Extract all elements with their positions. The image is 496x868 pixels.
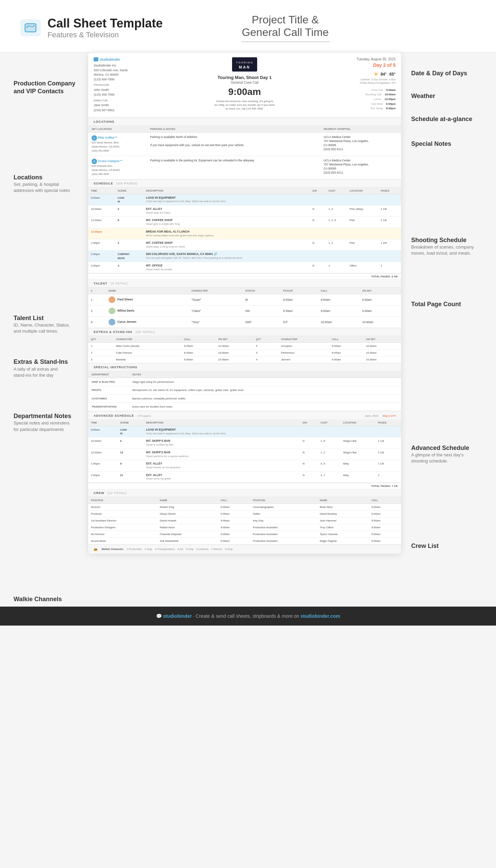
app-title: Call Sheet Template (47, 16, 162, 31)
e1-qty-l: 1 (88, 343, 113, 350)
e1-qty-r: 5 (253, 343, 278, 350)
cs-shooting-label: Shooting Call (365, 92, 381, 97)
c3-call-r: 9:00am (369, 517, 401, 524)
spec-col-dept: DEPARTMENT (88, 371, 129, 378)
cs-company-info: StudioBinder Inc. 929 Colorado Ave, Sant… (94, 63, 178, 82)
sched-loc-5: Office (347, 262, 378, 273)
sched-cast-lunch (326, 228, 347, 239)
sched-scene-2: 2 (115, 205, 143, 216)
ann-dept-sub: Special notes and remindersfor particula… (14, 420, 78, 432)
sched-cast-5: 1 (326, 262, 347, 273)
adv-cast-4: 4, 9 (318, 460, 340, 471)
t2-call: 9:00am (318, 305, 359, 317)
ann-prod-title2: and VIP Contacts (14, 87, 78, 95)
spec-notes-4: Extra vans for shuttles from hotel. (129, 402, 401, 411)
ann-sched-glance: Schedule at-a-glance (411, 115, 482, 123)
t1-name-text: Paul Sheen (118, 298, 133, 301)
t3-call: 10:00am (318, 317, 359, 328)
sched-scene-3: 8 (115, 217, 143, 228)
crew-table: POSITION NAME CALL POSITION NAME CALL Di… (88, 497, 401, 545)
sched-dn-move (310, 251, 326, 262)
adv-row-3: 10:30am 12 INT. SKIPP'S BARStuart perfor… (88, 449, 401, 460)
loc2-name: Cross Campus™ (98, 159, 123, 163)
c1-call-l: 9:00am (218, 503, 250, 510)
t1-char: "Stuart" (189, 294, 242, 305)
crew-col-name1: NAME (157, 497, 218, 504)
sched-cast-4: 1, 2 (326, 239, 347, 251)
loc1-num: 1 (92, 135, 97, 141)
sched-row-4: 1:00pm 4 INT. COFFEE SHOPStuart plays a … (88, 239, 401, 251)
adv-time-5: 2:00pm (88, 471, 118, 482)
talent-label: TALENT (94, 282, 108, 285)
cs-show-logo: TOURING MAN (232, 57, 258, 71)
sched-desc-3: INT. COFFEE SHOPStuart gets in a fight w… (143, 217, 310, 228)
sched-pages-move (378, 251, 401, 262)
walkie-channels: 📻 Walkie Channels: 1-Production 2-Grip 3… (94, 548, 396, 551)
t3-char: "Tony" (189, 317, 242, 328)
t1-name: Paul Sheen (106, 294, 189, 305)
sched-col-pages: PAGES (378, 188, 401, 194)
crew-row-5: Art Director Chanelle Dejardre 9:00am Pr… (88, 531, 401, 537)
ext-col-call1: CALL (181, 336, 215, 343)
ann-total-pages-title: Total Page Count (411, 301, 482, 308)
adv-scene-4: 9 (118, 460, 143, 471)
e1-onset-l: 10:30am (215, 343, 253, 350)
crew-row-3: 1st Assistant Director David Holwell 9:0… (88, 517, 401, 524)
cs-wrap-label: Est. Wrap (371, 106, 383, 111)
ext-col-call2: CALL (329, 336, 363, 343)
e3-char-l: Baristas (113, 356, 181, 363)
header-title-block: Call Sheet Template Features & Televisio… (47, 16, 162, 39)
header-left: Call Sheet Template Features & Televisio… (20, 16, 162, 39)
walkie-ch-4: 4-Art (177, 548, 183, 551)
cs-weather: ☀ 84° / 65° (311, 70, 396, 78)
adv-time-3: 10:30am (88, 449, 118, 460)
c4-name-l: Rafael Avice (157, 524, 218, 531)
ext-col-qty2: QTY (253, 336, 278, 343)
c5-name-l: Chanelle Dejardre (157, 531, 218, 537)
ann-total-pages: Total Page Count (411, 301, 482, 308)
c2-pos-r: Gaffer (250, 510, 317, 517)
c2-call-r: 9:00am (369, 510, 401, 517)
ann-adv-sched-title: Advanced Schedule (411, 444, 482, 452)
e3-onset-r: 10:30am (363, 356, 401, 363)
cs-general-call-time: 9:00am (182, 86, 308, 97)
sched-pages-4: 1 4/8 (378, 239, 401, 251)
cs-crew-call-time: 9:00am (386, 88, 396, 93)
spec-row-2: PROPS Microphones x3, mic stand x3, DJ e… (88, 386, 401, 394)
loc1-name: Phlz Coffee™ (98, 136, 118, 140)
e3-qty-l: 3 (88, 356, 113, 363)
e1-char-l: Mike Curtis (Stuart) (113, 343, 181, 350)
sched-row-lunch: 12:00pm BREAK FOR MEAL #1 // LUNCHWe're … (88, 228, 401, 239)
left-annotations-col: Production Company and VIP Contacts Loca… (14, 52, 78, 607)
sched-scene-lunch (115, 228, 143, 239)
locations-label: LOCATIONS (94, 120, 114, 124)
crew-row-4: Production Designer Rafael Avice 9:00am … (88, 524, 401, 531)
adv-dn-3: N (300, 449, 318, 460)
e1-call-r: 9:00am (329, 343, 363, 350)
adv-desc-3: INT. SKIPP'S BARStuart performs for a sp… (143, 449, 300, 460)
cs-temp-block: 84° / 65° (381, 72, 396, 77)
cs-2nd-meal-time: 6:00pm (386, 102, 396, 107)
cs-lunch-label: Lunch (374, 97, 381, 102)
sun-icon: ☀ (373, 70, 378, 78)
c2-call-l: 9:00am (218, 510, 250, 517)
adv-sched-meta: June, 2016 Day 3 of 5 (365, 413, 396, 417)
sched-dn-4: D (310, 239, 326, 251)
sched-scene-5: 4 (115, 262, 143, 273)
ann-weather: Weather (411, 92, 482, 100)
header-center: Project Title & General Call Time (241, 14, 329, 42)
general-call-label: General Call Time (241, 26, 329, 39)
spec-dept-2: PROPS (88, 386, 129, 394)
e3-onset-l: 10:30am (215, 356, 253, 363)
c6-name-r: Edgar Faghan (317, 537, 369, 544)
crew-row-6: Sound Mixer Zak Mastenfeld 9:00am Produc… (88, 537, 401, 544)
adv-schedule-table: TIME SCENE DESCRIPTION D/N CAST LOCATION… (88, 419, 401, 483)
svg-rect-0 (25, 24, 36, 32)
c2-name-l: Darya Darish (157, 510, 218, 517)
loc1-addr-detail: 525 Santa Monica, Blvd,Santa Monica, CA … (92, 141, 120, 152)
sched-desc-4: INT. COFFEE SHOPStuart plays a song song… (143, 239, 310, 251)
cs-locations-header: LOCATIONS (88, 118, 401, 126)
ann-talent: Talent List ID, Name, Character, Status,… (14, 314, 78, 335)
adv-row-4: 1:00pm 9 EXT. ALLEYStuart knocks on the … (88, 460, 401, 471)
sched-dn-3: D (310, 217, 326, 228)
